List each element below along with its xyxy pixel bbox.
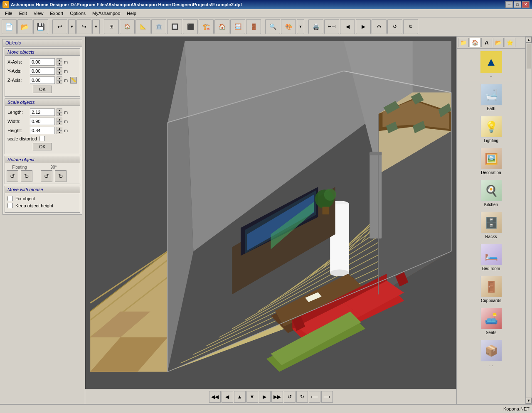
catalog-item-extra[interactable]: 📦 ... bbox=[478, 338, 504, 369]
scroll-thumb[interactable] bbox=[527, 44, 531, 69]
menu-item-file[interactable]: File bbox=[2, 10, 16, 17]
rotate-90-cw[interactable]: ↻ bbox=[55, 170, 66, 182]
width-down[interactable]: ▼ bbox=[57, 121, 62, 125]
tab-folder[interactable]: 📁 bbox=[458, 38, 469, 47]
measure-button[interactable]: ⊢⊣ bbox=[324, 19, 339, 34]
view-facade-button[interactable]: 🏛️ bbox=[151, 19, 166, 34]
redo-dropdown[interactable]: ▼ bbox=[92, 19, 100, 34]
length-up[interactable]: ▲ bbox=[57, 108, 62, 112]
nav-pan-right[interactable]: ⟶ bbox=[321, 391, 333, 403]
nav-prev-prev[interactable]: ◀◀ bbox=[209, 391, 221, 403]
tab-open-folder[interactable]: 📂 bbox=[493, 38, 504, 47]
nav-next-next[interactable]: ▶▶ bbox=[271, 391, 283, 403]
undo-button[interactable]: ↩ bbox=[52, 19, 67, 34]
add-door-button[interactable]: 🚪 bbox=[246, 19, 261, 34]
tab-home[interactable]: 🏠 bbox=[470, 38, 480, 47]
length-down[interactable]: ▼ bbox=[57, 112, 62, 116]
open-button[interactable]: 📂 bbox=[17, 19, 32, 34]
canvas-area[interactable]: ◀◀ ◀ ▲ ▼ ▶ ▶▶ ↺ ↻ ⟵ ⟶ bbox=[85, 37, 456, 404]
nav-pan-left[interactable]: ⟵ bbox=[309, 391, 320, 403]
height-input[interactable] bbox=[30, 127, 55, 134]
scale-distorted-checkbox[interactable] bbox=[39, 136, 45, 141]
3d-view[interactable] bbox=[85, 37, 456, 389]
catalog-item-cupboards[interactable]: 🚪 Cupboards bbox=[478, 274, 504, 305]
y-axis-up[interactable]: ▲ bbox=[57, 67, 62, 71]
right-scrollbar[interactable]: ▲ ▼ bbox=[525, 37, 532, 404]
tab-text[interactable]: A bbox=[481, 38, 492, 47]
z-axis-label: Z-Axis: bbox=[7, 78, 28, 83]
maximize-button[interactable]: □ bbox=[514, 1, 521, 8]
redo-button[interactable]: ↪ bbox=[76, 19, 91, 34]
menu-item-view[interactable]: View bbox=[30, 10, 47, 17]
extra-label: ... bbox=[489, 362, 493, 367]
z-axis-input[interactable] bbox=[30, 76, 55, 84]
undo-dropdown[interactable]: ▼ bbox=[68, 19, 76, 34]
width-up[interactable]: ▲ bbox=[57, 118, 62, 121]
nav-up[interactable]: ▲ bbox=[234, 391, 246, 403]
catalog-item-seats[interactable]: 🛋️ Seats bbox=[478, 306, 504, 337]
nav-next[interactable]: ▶ bbox=[259, 391, 271, 403]
catalog-item-racks[interactable]: 🗄️ Racks bbox=[478, 210, 504, 241]
floating-label: Floating bbox=[7, 165, 32, 170]
new-button[interactable]: 📄 bbox=[2, 19, 17, 34]
svg-rect-43 bbox=[323, 207, 330, 215]
nav-right[interactable]: ▶ bbox=[356, 19, 371, 34]
menu-item-myashampoo[interactable]: MyAshampoo bbox=[89, 10, 123, 17]
catalog-up-item[interactable]: ▲ .. bbox=[457, 49, 525, 80]
add-stair-button[interactable]: 🏗️ bbox=[199, 19, 214, 34]
rotate-float-cw[interactable]: ↻ bbox=[21, 170, 32, 182]
view-2d-button[interactable]: ⊞ bbox=[104, 19, 119, 34]
minimize-button[interactable]: ─ bbox=[505, 1, 513, 8]
add-roof-button[interactable]: 🏠 bbox=[214, 19, 229, 34]
nav-left[interactable]: ◀ bbox=[340, 19, 355, 34]
z-axis-up[interactable]: ▲ bbox=[57, 76, 62, 80]
scroll-up-arrow[interactable]: ▲ bbox=[526, 37, 532, 43]
height-down[interactable]: ▼ bbox=[57, 130, 62, 134]
move-ok-button[interactable]: OK bbox=[33, 86, 52, 93]
x-axis-input[interactable] bbox=[30, 58, 55, 66]
rotate-90-ccw[interactable]: ↺ bbox=[41, 170, 52, 182]
rotate-float-ccw[interactable]: ↺ bbox=[7, 170, 18, 182]
add-window-button[interactable]: 🪟 bbox=[230, 19, 245, 34]
save-button[interactable]: 💾 bbox=[33, 19, 48, 34]
length-input[interactable] bbox=[30, 108, 55, 116]
close-button[interactable]: ✕ bbox=[522, 1, 530, 8]
add-room-button[interactable]: ⬛ bbox=[183, 19, 198, 34]
catalog-item-bedroom[interactable]: 🛏️ Bed room bbox=[478, 242, 504, 273]
height-label: Height: bbox=[7, 128, 28, 133]
render-button[interactable]: 🎨 bbox=[281, 19, 296, 34]
menu-item-options[interactable]: Options bbox=[66, 10, 89, 17]
nav-prev[interactable]: ◀ bbox=[222, 391, 233, 403]
nav-rotate-r[interactable]: ↻ bbox=[403, 19, 418, 34]
render-dropdown[interactable]: ▼ bbox=[297, 19, 304, 34]
search-button[interactable]: 🔍 bbox=[265, 19, 280, 34]
add-wall-button[interactable]: 🔲 bbox=[167, 19, 182, 34]
tab-star[interactable]: ⭐ bbox=[505, 38, 515, 47]
y-axis-down[interactable]: ▼ bbox=[57, 71, 62, 75]
catalog-item-kitchen[interactable]: 🍳 Kitchen bbox=[478, 178, 504, 209]
z-axis-down[interactable]: ▼ bbox=[57, 80, 62, 84]
catalog-item-lighting[interactable]: 💡 Lighting bbox=[478, 114, 504, 145]
menu-item-export[interactable]: Export bbox=[47, 10, 66, 17]
menu-item-edit[interactable]: Edit bbox=[16, 10, 30, 17]
catalog-item-decoration[interactable]: 🖼️ Decoration bbox=[478, 146, 504, 177]
width-input[interactable] bbox=[30, 118, 55, 125]
fix-object-checkbox[interactable] bbox=[7, 196, 13, 201]
nav-rotate-cw[interactable]: ↻ bbox=[296, 391, 308, 403]
view-plan-button[interactable]: 📐 bbox=[135, 19, 150, 34]
scroll-down-arrow[interactable]: ▼ bbox=[526, 398, 532, 403]
keep-height-checkbox[interactable] bbox=[7, 203, 13, 208]
scale-ok-button[interactable]: OK bbox=[33, 143, 52, 150]
nav-center[interactable]: ⊙ bbox=[372, 19, 387, 34]
view-3d-button[interactable]: 🏠 bbox=[120, 19, 135, 34]
print-button[interactable]: 🖨️ bbox=[308, 19, 323, 34]
catalog-item-bath[interactable]: 🛁 Bath bbox=[478, 82, 504, 113]
height-up[interactable]: ▲ bbox=[57, 127, 62, 130]
nav-rotate-ccw[interactable]: ↺ bbox=[284, 391, 296, 403]
menu-item-help[interactable]: Help bbox=[123, 10, 140, 17]
x-axis-down[interactable]: ▼ bbox=[57, 62, 62, 66]
x-axis-up[interactable]: ▲ bbox=[57, 58, 62, 62]
nav-rotate-l[interactable]: ↺ bbox=[387, 19, 402, 34]
y-axis-input[interactable] bbox=[30, 67, 55, 75]
nav-down[interactable]: ▼ bbox=[246, 391, 258, 403]
